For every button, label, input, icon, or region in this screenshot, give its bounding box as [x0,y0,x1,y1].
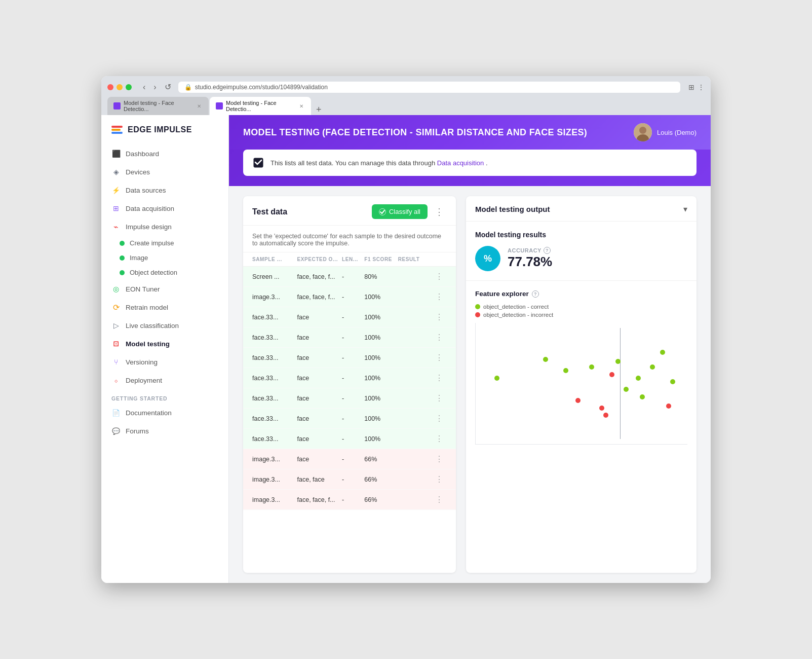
row-expected-11: face, face, f... [297,496,342,503]
scatter-point-11 [640,394,645,399]
address-bar[interactable]: 🔒 studio.edgeimpulse.com/studio/104899/v… [178,82,680,93]
browser-tab-1[interactable]: Model testing - Face Detectio... ✕ [107,97,209,115]
refresh-button[interactable]: ↺ [162,81,174,93]
table-row-9[interactable]: image.3... face - 66% ⋮ [243,449,456,469]
row-f1-9: 66% [364,456,398,463]
row-len-8: - [342,435,364,443]
sidebar-sub-item-create-impulse-label: Create impulse [130,239,174,247]
row-menu-btn-3[interactable]: ⋮ [432,333,447,342]
user-info[interactable]: Louis (Demo) [634,123,697,141]
row-sample-8: face.33... [252,435,297,443]
table-row-2[interactable]: face.33... face - 100% ⋮ [243,307,456,327]
row-expected-3: face [297,334,342,341]
page-title: MODEL TESTING (FACE DETECTION - SIMILAR … [243,127,587,138]
forward-button[interactable]: › [150,81,159,93]
row-menu-btn-10[interactable]: ⋮ [432,474,447,484]
row-sample-6: face.33... [252,395,297,402]
row-sample-10: image.3... [252,476,297,483]
menu-button[interactable]: ⋮ [698,83,705,91]
extensions-button[interactable]: ⊞ [688,83,694,91]
tab-2-close[interactable]: ✕ [298,103,305,109]
accuracy-label-text: ACCURACY [508,247,542,253]
accuracy-help-icon[interactable]: ? [544,247,551,254]
table-row-4[interactable]: face.33... face - 100% ⋮ [243,348,456,368]
row-menu-btn-1[interactable]: ⋮ [432,292,447,302]
sidebar-item-deployment-label: Deployment [126,377,162,384]
row-len-4: - [342,354,364,361]
panel-desc-text: Set the 'expected outcome' for each samp… [252,233,441,247]
back-button[interactable]: ‹ [140,81,148,93]
row-len-1: - [342,294,364,301]
row-menu-btn-0[interactable]: ⋮ [432,272,447,281]
model-testing-output-panel: Model testing output ▾ Model testing res… [466,196,697,573]
row-menu-btn-9[interactable]: ⋮ [432,454,447,464]
sidebar-item-live-classification-label: Live classification [126,322,179,330]
row-menu-btn-6[interactable]: ⋮ [432,393,447,403]
sidebar-item-data-acquisition[interactable]: Data acquisition [101,199,228,217]
row-menu-btn-4[interactable]: ⋮ [432,353,447,362]
sidebar-item-versioning[interactable]: Versioning [101,353,228,371]
sidebar-item-impulse-design[interactable]: Impulse design [101,217,228,236]
row-sample-4: face.33... [252,354,297,361]
dropdown-arrow-icon[interactable]: ▾ [683,204,687,214]
sidebar-item-documentation[interactable]: Documentation [101,404,228,422]
scatter-chart [475,323,687,445]
sidebar-sub-item-object-detection[interactable]: Object detection [101,265,228,280]
scatter-point-15 [670,379,675,384]
scatter-point-14 [666,404,671,409]
table-row-8[interactable]: face.33... face - 100% ⋮ [243,429,456,449]
col-f1: F1 SCORE [364,257,398,262]
row-len-6: - [342,395,364,402]
feature-explorer-title: Feature explorer ? [475,290,687,298]
row-expected-2: face [297,314,342,321]
row-sample-1: image.3... [252,294,297,301]
model-testing-icon [111,339,121,348]
sidebar-item-eon-tuner[interactable]: EON Tuner [101,280,228,298]
table-row-7[interactable]: face.33... face - 100% ⋮ [243,409,456,429]
sidebar-item-data-sources-label: Data sources [126,187,166,194]
sidebar-sub-item-create-impulse[interactable]: Create impulse [101,236,228,250]
row-menu-btn-5[interactable]: ⋮ [432,373,447,383]
data-acquisition-link[interactable]: Data acquisition [437,159,484,167]
table-row-0[interactable]: Screen ... face, face, f... - 80% ⋮ [243,267,456,287]
close-button[interactable] [107,84,113,90]
maximize-button[interactable] [126,84,132,90]
tab-1-close[interactable]: ✕ [196,103,203,109]
row-menu-btn-7[interactable]: ⋮ [432,414,447,423]
info-card: This lists all test data. You can manage… [243,150,697,176]
sidebar-item-forums[interactable]: Forums [101,422,228,440]
classify-all-button[interactable]: Classify all [372,204,428,219]
row-menu-btn-8[interactable]: ⋮ [432,434,447,444]
table-row-6[interactable]: face.33... face - 100% ⋮ [243,388,456,409]
sidebar-sub-item-image[interactable]: Image [101,250,228,265]
sidebar-item-live-classification[interactable]: Live classification [101,316,228,335]
scatter-point-8 [615,359,621,364]
sidebar-item-devices[interactable]: Devices [101,163,228,181]
table-row-11[interactable]: image.3... face, face, f... - 66% ⋮ [243,490,456,510]
scatter-point-0 [494,376,499,381]
sidebar-item-model-testing[interactable]: Model testing [101,335,228,353]
new-tab-button[interactable]: + [312,104,326,115]
info-text-after: . [486,159,488,167]
sidebar-item-deployment[interactable]: Deployment [101,371,228,389]
panel-title: Test data [252,207,287,216]
tab-1-favicon [113,102,121,109]
table-row-5[interactable]: face.33... face - 100% ⋮ [243,368,456,388]
minimize-button[interactable] [117,84,123,90]
table-row-10[interactable]: image.3... face, face - 66% ⋮ [243,469,456,490]
legend-item-incorrect: object_detection - incorrect [475,312,687,318]
browser-tab-2[interactable]: Model testing - Face Detectio... ✕ [210,97,311,115]
row-f1-10: 66% [364,476,398,483]
row-menu-btn-2[interactable]: ⋮ [432,312,447,322]
table-body: Screen ... face, face, f... - 80% ⋮ imag… [243,267,456,510]
feature-explorer-help-icon[interactable]: ? [532,290,539,298]
table-row-1[interactable]: image.3... face, face, f... - 100% ⋮ [243,287,456,307]
sidebar-item-dashboard[interactable]: Dashboard [101,144,228,163]
sidebar-item-data-sources[interactable]: Data sources [101,181,228,199]
row-sample-5: face.33... [252,375,297,382]
logo-icon [111,126,123,134]
panel-more-button[interactable]: ⋮ [432,205,447,218]
sidebar-item-retrain-model[interactable]: Retrain model [101,298,228,316]
table-row-3[interactable]: face.33... face - 100% ⋮ [243,327,456,348]
row-menu-btn-11[interactable]: ⋮ [432,495,447,504]
